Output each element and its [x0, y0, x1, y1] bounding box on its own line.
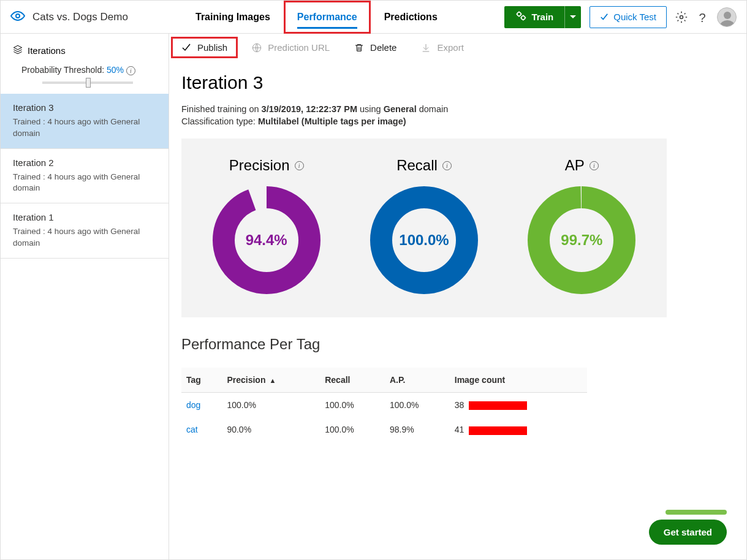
export-button: Export	[421, 42, 463, 53]
training-meta-2: Classification type: Multilabel (Multipl…	[181, 116, 734, 126]
delete-label: Delete	[370, 42, 396, 53]
table-row: dog 100.0% 100.0% 100.0% 38	[181, 393, 587, 418]
ap-value: 99.7%	[526, 185, 637, 295]
cell-count: 41	[450, 417, 587, 442]
probability-threshold: Probability Threshold: 50% i	[1, 65, 169, 94]
info-icon[interactable]: i	[126, 66, 135, 75]
precision-value: 94.4%	[211, 185, 322, 295]
logo-area: Cats vs. Dogs Demo	[10, 9, 182, 25]
iterations-heading: Iterations	[1, 34, 169, 65]
tab-training-images[interactable]: Training Images	[182, 1, 284, 34]
tag-link[interactable]: dog	[186, 400, 200, 410]
recall-label: Recalli	[369, 157, 479, 174]
metric-ap: APi 99.7%	[526, 157, 637, 295]
info-icon[interactable]: i	[295, 161, 304, 170]
cell-precision: 100.0%	[222, 393, 320, 418]
svg-point-1	[517, 12, 521, 16]
tab-predictions[interactable]: Predictions	[371, 1, 451, 34]
get-started-widget: Get started	[649, 510, 727, 545]
threshold-value: 50%	[107, 65, 124, 75]
gears-icon	[515, 10, 526, 23]
quick-test-label: Quick Test	[613, 12, 656, 22]
cell-ap: 100.0%	[385, 393, 450, 418]
tab-performance[interactable]: Performance	[284, 1, 371, 34]
app-header: Cats vs. Dogs Demo Training Images Perfo…	[1, 1, 746, 34]
info-icon[interactable]: i	[590, 161, 599, 170]
cell-precision: 90.0%	[222, 417, 320, 442]
table-row: cat 90.0% 100.0% 98.9% 41	[181, 417, 587, 442]
cell-recall: 100.0%	[320, 393, 385, 418]
layers-icon	[13, 45, 23, 56]
header-actions: Train Quick Test ?	[504, 6, 737, 28]
progress-pill	[665, 510, 727, 515]
iteration-name: Iteration 3	[13, 102, 156, 113]
nav-tabs: Training Images Performance Predictions	[182, 1, 451, 33]
help-icon[interactable]: ?	[696, 11, 708, 23]
svg-point-3	[680, 15, 683, 18]
get-started-button[interactable]: Get started	[649, 520, 727, 545]
publish-button[interactable]: Publish	[173, 39, 236, 56]
threshold-label: Probability Threshold:	[21, 65, 104, 75]
iteration-title: Iteration 3	[181, 72, 746, 93]
publish-label: Publish	[197, 42, 227, 53]
recall-donut: 100.0%	[369, 185, 479, 295]
ap-donut: 99.7%	[526, 185, 637, 295]
prediction-url-button: Prediction URL	[252, 42, 330, 53]
precision-label: Precisioni	[211, 157, 322, 174]
main-content: Publish Prediction URL Delete Export Ite…	[169, 34, 746, 559]
th-count[interactable]: Image count	[450, 368, 587, 393]
train-button-main[interactable]: Train	[504, 10, 564, 23]
user-avatar[interactable]	[717, 7, 737, 27]
metric-recall: Recalli 100.0%	[369, 157, 479, 295]
tag-link[interactable]: cat	[186, 425, 198, 434]
iterations-heading-text: Iterations	[28, 45, 66, 56]
train-label: Train	[531, 12, 553, 22]
train-dropdown[interactable]	[564, 6, 581, 28]
settings-icon[interactable]	[675, 11, 688, 23]
cell-recall: 100.0%	[320, 417, 385, 442]
svg-point-2	[521, 16, 525, 20]
precision-donut: 94.4%	[211, 185, 322, 295]
performance-table: Tag Precision▲ Recall A.P. Image count d…	[181, 368, 587, 442]
recall-value: 100.0%	[369, 185, 479, 295]
ap-label: APi	[526, 157, 637, 174]
svg-point-0	[16, 14, 20, 18]
iteration-name: Iteration 2	[13, 157, 156, 168]
custom-vision-icon	[10, 9, 25, 25]
slider-thumb[interactable]	[86, 78, 91, 88]
prediction-url-label: Prediction URL	[268, 42, 330, 53]
th-recall[interactable]: Recall	[320, 368, 385, 393]
train-button[interactable]: Train	[504, 6, 581, 28]
perf-per-tag-title: Performance Per Tag	[181, 336, 746, 353]
info-icon[interactable]: i	[442, 161, 452, 170]
th-precision[interactable]: Precision▲	[222, 368, 320, 393]
iteration-sub: Trained : 4 hours ago with General domai…	[13, 226, 156, 249]
th-ap[interactable]: A.P.	[385, 368, 450, 393]
metrics-panel: Precisioni 94.4% Recalli 100.0%	[181, 138, 667, 317]
iteration-sub: Trained : 4 hours ago with General domai…	[13, 116, 156, 140]
training-meta-1: Finished training on 3/19/2019, 12:22:37…	[181, 104, 734, 114]
threshold-slider[interactable]	[42, 81, 133, 84]
table-header-row: Tag Precision▲ Recall A.P. Image count	[181, 368, 587, 393]
sort-up-icon: ▲	[269, 377, 276, 384]
cell-count: 38	[450, 393, 587, 418]
iteration-item-3[interactable]: Iteration 3 Trained : 4 hours ago with G…	[1, 94, 169, 149]
count-bar	[469, 426, 527, 435]
cell-ap: 98.9%	[385, 417, 450, 442]
metric-precision: Precisioni 94.4%	[211, 157, 322, 295]
sidebar: Iterations Probability Threshold: 50% i …	[1, 34, 169, 559]
quick-test-button[interactable]: Quick Test	[590, 6, 667, 28]
project-title: Cats vs. Dogs Demo	[32, 11, 128, 23]
th-tag[interactable]: Tag	[181, 368, 222, 393]
export-label: Export	[437, 42, 463, 53]
iteration-sub: Trained : 4 hours ago with General domai…	[13, 172, 156, 195]
iteration-item-2[interactable]: Iteration 2 Trained : 4 hours ago with G…	[1, 149, 169, 204]
iteration-toolbar: Publish Prediction URL Delete Export	[169, 34, 746, 61]
iteration-item-1[interactable]: Iteration 1 Trained : 4 hours ago with G…	[1, 203, 169, 259]
delete-button[interactable]: Delete	[354, 42, 396, 53]
iteration-name: Iteration 1	[13, 212, 156, 222]
count-bar	[469, 401, 527, 410]
